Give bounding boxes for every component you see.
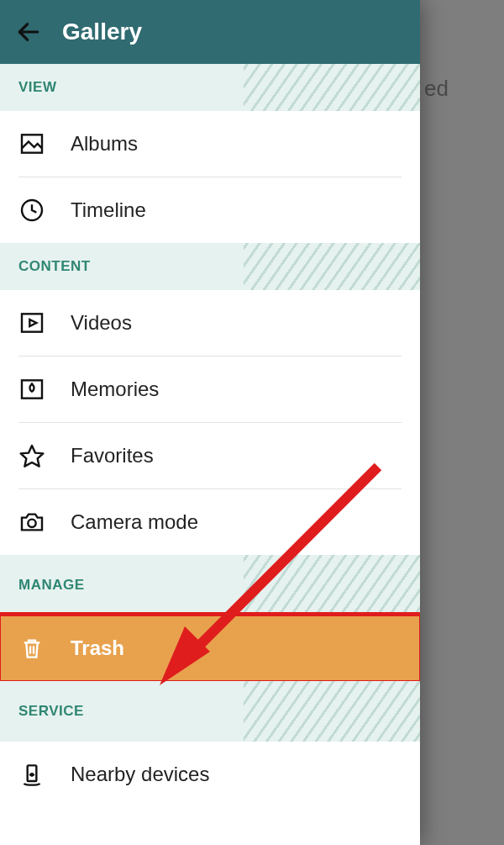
- drawer-item-trash[interactable]: Trash: [0, 615, 420, 681]
- drawer-item-timeline[interactable]: Timeline: [0, 177, 420, 243]
- section-label: SERVICE: [18, 703, 84, 720]
- camera-icon: [18, 509, 45, 536]
- svg-rect-10: [28, 765, 37, 781]
- drawer-item-albums[interactable]: Albums: [0, 111, 420, 177]
- drawer-title: Gallery: [62, 18, 142, 45]
- drawer-item-label: Timeline: [71, 198, 146, 222]
- drawer-item-label: Albums: [71, 132, 138, 156]
- drawer-item-label: Memories: [71, 378, 159, 401]
- drawer-item-camera-mode[interactable]: Camera mode: [0, 489, 420, 555]
- drawer-item-label: Videos: [71, 311, 132, 335]
- trash-icon: [18, 635, 45, 662]
- svg-rect-3: [22, 314, 42, 331]
- drawer-item-favorites[interactable]: Favorites: [0, 423, 420, 489]
- svg-marker-6: [21, 446, 44, 467]
- section-label: CONTENT: [18, 258, 91, 275]
- background-peek-text: ed: [424, 76, 449, 102]
- play-square-icon: [18, 309, 45, 336]
- callout-frame: [0, 612, 420, 684]
- drawer-item-label: Nearby devices: [71, 763, 209, 786]
- flame-square-icon: [18, 376, 45, 403]
- section-header-view: VIEW: [0, 64, 420, 111]
- svg-marker-4: [29, 320, 36, 326]
- drawer-item-label: Trash: [71, 636, 124, 660]
- star-icon: [18, 442, 45, 469]
- svg-point-7: [28, 520, 35, 527]
- section-header-service: SERVICE: [0, 681, 420, 742]
- section-header-content: CONTENT: [0, 243, 420, 290]
- drawer-item-label: Camera mode: [71, 510, 198, 534]
- back-arrow-icon[interactable]: [15, 18, 42, 45]
- clock-icon: [18, 197, 45, 224]
- drawer-item-videos[interactable]: Videos: [0, 290, 420, 356]
- section-header-manage: MANAGE: [0, 555, 420, 615]
- drawer-item-memories[interactable]: Memories: [0, 356, 420, 422]
- section-label: MANAGE: [18, 577, 85, 594]
- nearby-device-icon: [18, 761, 45, 788]
- image-icon: [18, 130, 45, 157]
- section-label: VIEW: [18, 79, 56, 96]
- drawer-header: Gallery: [0, 0, 420, 64]
- nav-drawer: Gallery VIEW Albums Timeline CONTENT Vid…: [0, 0, 420, 845]
- drawer-item-label: Favorites: [71, 444, 154, 467]
- drawer-item-nearby-devices[interactable]: Nearby devices: [0, 742, 420, 807]
